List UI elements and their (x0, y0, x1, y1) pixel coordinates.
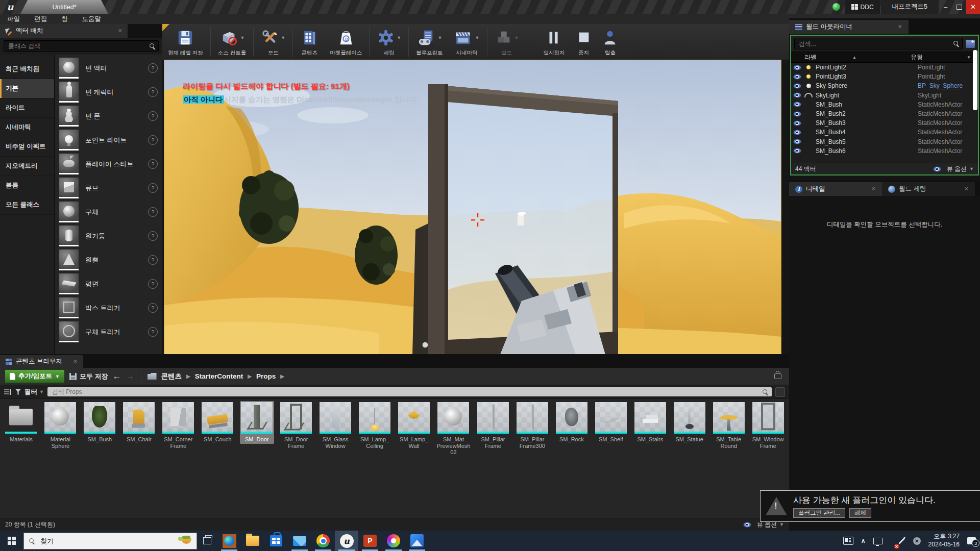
asset-tile[interactable]: SM_Stairs (633, 401, 667, 444)
asset-tile[interactable]: SM_Table Round (712, 401, 746, 450)
placeable-actor[interactable]: 평면 ? (55, 272, 162, 296)
asset-tile[interactable]: SM_Pillar Frame300 (515, 401, 549, 450)
taskbar-app-mail[interactable] (288, 531, 311, 551)
hidden-icons-chevron[interactable]: ∧ (861, 537, 866, 544)
marketplace-button[interactable]: u 마켓플레이스 (324, 24, 368, 60)
asset-tile[interactable]: SM_Pillar Frame (476, 401, 510, 450)
actor-category[interactable]: 비주얼 이펙트 (0, 137, 54, 157)
start-button[interactable] (0, 531, 23, 551)
visibility-eye-icon[interactable] (793, 111, 801, 117)
placeable-actor[interactable]: 박스 트리거 ? (55, 296, 162, 320)
visibility-eye-icon[interactable] (793, 148, 801, 154)
visibility-eye-icon[interactable] (793, 65, 801, 70)
asset-tile[interactable]: SM_Lamp_ Wall (397, 401, 431, 450)
ddc-indicator[interactable]: DDC (845, 0, 880, 14)
place-actors-tab[interactable]: 액터 배치 ✕ (0, 24, 128, 38)
placeable-actor[interactable]: 원뿔 ? (55, 248, 162, 272)
outliner-row[interactable]: SM_Bush2 StaticMeshActor (791, 109, 978, 118)
taskbar-app-chrome[interactable] (311, 531, 335, 551)
level-viewport[interactable]: 라이팅을 다시 빌드해야 합니다 (빌드 필요: 91개) 아직 아니다시지를 … (164, 60, 781, 355)
actor-category[interactable]: 시네마틱 (0, 118, 54, 137)
actor-category[interactable]: 라이트 (0, 98, 54, 118)
close-tab-icon[interactable]: ✕ (118, 28, 122, 34)
notification-center-icon[interactable] (967, 537, 976, 544)
outliner-row[interactable]: PointLight2 PointLight (791, 63, 978, 72)
taskbar-clock[interactable]: 오후 3:27 2024-05-16 (928, 533, 960, 548)
visibility-eye-icon[interactable] (793, 102, 801, 107)
save-search-icon[interactable] (775, 387, 785, 397)
breadcrumb-item[interactable]: Props (256, 372, 276, 380)
actor-category[interactable]: 지오메트리 (0, 157, 54, 176)
placeable-actor[interactable]: 큐브 ? (55, 176, 162, 200)
outliner-row[interactable]: Sky Sphere BP_Sky_Sphere (791, 81, 978, 90)
blueprints-button[interactable]: ▼ 블루프린트 (410, 24, 449, 60)
menu-item[interactable]: 편집 (34, 15, 47, 23)
world-settings-tab[interactable]: 월드 세팅 ✕ (882, 182, 975, 196)
lock-icon[interactable] (774, 373, 781, 379)
world-outliner-tab[interactable]: 월드 아웃라이너 ✕ (789, 20, 909, 34)
visibility-eye-icon[interactable] (793, 74, 801, 80)
asset-tile[interactable]: SM_Corner Frame (161, 401, 195, 450)
add-actor-icon[interactable] (966, 40, 975, 48)
asset-tile[interactable]: SM_Lamp_ Ceiling (358, 401, 392, 450)
content-button[interactable]: 콘텐츠 (295, 24, 324, 60)
placeable-actor[interactable]: 빈 폰 ? (55, 104, 162, 128)
placeable-actor[interactable]: 구체 트리거 ? (55, 320, 162, 344)
placeable-actor[interactable]: 플레이어 스타트 ? (55, 152, 162, 176)
widgets-icon[interactable] (843, 537, 853, 545)
eject-button[interactable]: 탈출 (597, 24, 623, 60)
save-all-button[interactable]: 모두 저장 (69, 372, 108, 381)
manage-plugins-button[interactable]: 플러그인 관리... (793, 508, 845, 518)
class-search-input[interactable] (7, 42, 150, 50)
build-button[interactable]: ▼ 빌드 (489, 24, 525, 60)
asset-tile[interactable]: SM_Mat PreviewMesh 02 (436, 401, 471, 457)
dismiss-button[interactable]: 해제 (849, 508, 871, 518)
stop-button[interactable]: 중지 (570, 24, 597, 60)
content-browser-tab[interactable]: 콘텐츠 브라우저 ✕ (0, 355, 83, 368)
sources-panel-icon[interactable] (4, 389, 12, 395)
taskbar-app-paint3d[interactable] (382, 531, 405, 551)
placeable-actor[interactable]: 구체 ? (55, 200, 162, 224)
outliner-row[interactable]: SM_Bush3 StaticMeshActor (791, 118, 978, 128)
menu-item[interactable]: 창 (61, 15, 68, 23)
outliner-search-input[interactable] (798, 40, 953, 48)
asset-tile[interactable]: SM_Shelf (594, 401, 628, 444)
visibility-eye-icon[interactable] (793, 92, 801, 98)
task-view-button[interactable] (197, 531, 217, 551)
asset-tile[interactable]: SM_Couch (201, 401, 235, 444)
outliner-header[interactable]: 라벨▲ 유형▼ (791, 52, 978, 63)
close-tab-icon[interactable]: ✕ (964, 186, 969, 192)
asset-tile[interactable]: SM_Statue (672, 401, 706, 444)
minimize-button[interactable]: – (939, 0, 952, 14)
taskbar-app-store[interactable] (264, 531, 288, 551)
asset-tile[interactable]: Material Sphere (43, 401, 78, 450)
asset-tile[interactable]: SM_Rock (554, 401, 589, 444)
asset-tile[interactable]: SM_Door (240, 401, 274, 444)
placeable-actor[interactable]: 빈 캐릭터 ? (55, 80, 162, 104)
actor-category[interactable]: 모든 클래스 (0, 195, 54, 215)
asset-tile[interactable]: SM_Glass Window (318, 401, 353, 450)
breadcrumb-item[interactable]: StarterContent (195, 372, 243, 380)
outliner-row[interactable]: SM_Bush StaticMeshActor (791, 100, 978, 109)
visibility-eye-icon[interactable] (793, 120, 801, 126)
placeable-actor[interactable]: 포인트 라이트 ? (55, 128, 162, 152)
asset-tile[interactable]: SM_Bush (83, 401, 117, 444)
outliner-view-options[interactable]: 뷰 옵션▼ (931, 165, 974, 173)
pause-button[interactable]: 일시정지 (537, 24, 570, 60)
details-tab[interactable]: i 디테일 ✕ (789, 182, 882, 196)
close-tab-icon[interactable]: ✕ (871, 186, 876, 192)
menu-item[interactable]: 파일 (7, 15, 20, 23)
visibility-eye-icon[interactable] (793, 139, 801, 144)
taskbar-app-powerpoint[interactable]: P (358, 531, 382, 551)
visibility-eye-icon[interactable] (793, 83, 801, 89)
teams-status-icon[interactable]: ✕ (913, 537, 921, 545)
modes-button[interactable]: ▼ 모드 (255, 24, 291, 60)
close-tab-icon[interactable]: ✕ (73, 358, 78, 365)
menu-item[interactable]: 도움말 (82, 15, 102, 23)
close-tab-icon[interactable]: ✕ (898, 23, 902, 30)
pen-icon[interactable] (898, 538, 905, 544)
visibility-eye-icon[interactable] (793, 130, 801, 135)
placeable-actor[interactable]: 빈 액터 ? (55, 56, 162, 80)
maximize-button[interactable] (952, 0, 966, 14)
placeable-actor[interactable]: 원기둥 ? (55, 224, 162, 248)
